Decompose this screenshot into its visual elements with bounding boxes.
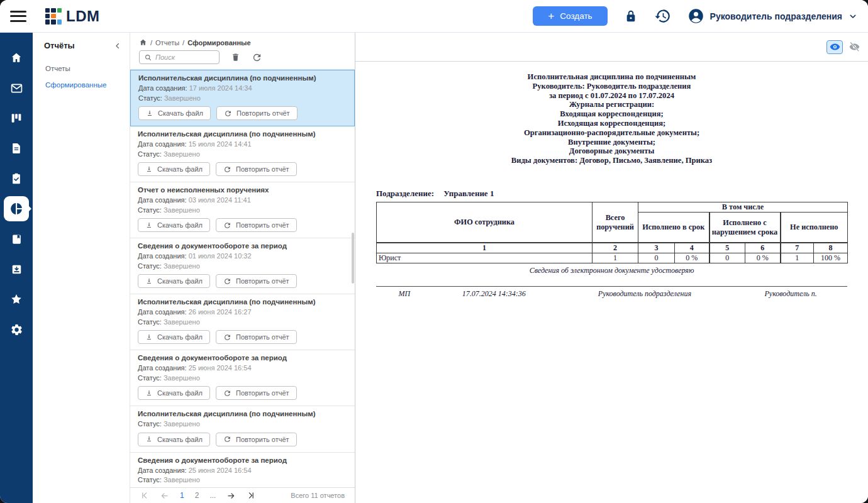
- collapse-panel-icon[interactable]: [113, 41, 122, 50]
- sidebar-item-board[interactable]: [0, 103, 33, 133]
- sidebar-item-tasks[interactable]: [0, 163, 33, 194]
- sidebar-item-documents[interactable]: [0, 133, 33, 163]
- col-late: Исполнено с нарушением срока: [709, 212, 781, 243]
- breadcrumb-separator: /: [150, 39, 152, 47]
- signature-row: МП 17.07.2024 14:34:36 Руководитель подр…: [376, 286, 847, 299]
- hide-preview-icon[interactable]: [846, 40, 862, 54]
- nav-item-reports[interactable]: Отчеты: [33, 63, 130, 74]
- download-file-button[interactable]: Скачать файл: [138, 106, 211, 120]
- repeat-report-button[interactable]: Повторить отчёт: [216, 386, 297, 400]
- repeat-report-button[interactable]: Повторить отчёт: [216, 106, 298, 120]
- user-name: Руководитель подразделения: [710, 11, 842, 21]
- report-document: Исполнительная дисциплина по подчиненным…: [376, 62, 847, 299]
- show-preview-icon[interactable]: [826, 40, 843, 54]
- sig-role: Руководитель подразделения: [555, 289, 735, 299]
- report-title: Исполнительская дисциплина (по подчиненн…: [138, 410, 347, 417]
- download-icon: [145, 435, 153, 443]
- pagination: 1 2 ... Всего 11 отчетов: [130, 487, 355, 503]
- delete-icon[interactable]: [231, 52, 240, 62]
- sidebar-item-archive[interactable]: [0, 254, 33, 284]
- page-ellipsis: ...: [209, 491, 216, 500]
- repeat-report-button[interactable]: Повторить отчёт: [216, 330, 297, 344]
- create-button[interactable]: + Создать: [533, 6, 607, 26]
- repeat-icon: [223, 277, 231, 285]
- ldm-logo: LDM: [45, 8, 99, 25]
- col-fio: ФИО сотрудника: [377, 202, 593, 243]
- download-icon: [145, 389, 153, 397]
- ldm-logo-icon: [45, 8, 62, 25]
- search-icon: [144, 53, 152, 62]
- download-file-button[interactable]: Скачать файл: [138, 274, 210, 288]
- page-2[interactable]: 2: [195, 491, 199, 500]
- last-page-icon[interactable]: [247, 491, 255, 500]
- repeat-report-button[interactable]: Повторить отчёт: [216, 218, 297, 232]
- create-button-label: Создать: [560, 11, 592, 21]
- report-card[interactable]: Исполнительская дисциплина (по подчиненн…: [130, 294, 355, 350]
- download-file-button[interactable]: Скачать файл: [138, 162, 210, 176]
- report-title: Сведения о документообороте за период: [138, 354, 347, 362]
- unit-line: Подразделение: Управление 1: [376, 189, 847, 199]
- repeat-report-button[interactable]: Повторить отчёт: [216, 274, 297, 288]
- report-card[interactable]: Сведения о документообороте за период Да…: [130, 350, 355, 406]
- avatar: [687, 8, 704, 25]
- sidebar-item-settings[interactable]: [0, 314, 33, 345]
- user-menu[interactable]: Руководитель подразделения: [687, 8, 858, 25]
- logo-text: LDM: [66, 8, 99, 25]
- list-scrollbar[interactable]: [352, 233, 354, 284]
- status-value: Завершено: [164, 94, 201, 102]
- app-window: LDM + Создать Руководитель подразделения: [0, 0, 868, 503]
- repeat-icon: [223, 333, 231, 341]
- sidebar-item-mail[interactable]: [0, 73, 33, 103]
- chevron-down-icon: [848, 11, 858, 21]
- sidebar-item-books[interactable]: [0, 224, 33, 254]
- breadcrumb-reports[interactable]: Отчеты: [155, 39, 179, 47]
- download-icon: [145, 221, 153, 229]
- repeat-icon: [223, 165, 231, 174]
- menu-icon[interactable]: [10, 11, 26, 22]
- download-file-button[interactable]: Скачать файл: [138, 386, 210, 400]
- next-page-icon[interactable]: [226, 491, 236, 500]
- lock-icon[interactable]: [624, 9, 638, 24]
- sidebar-item-favorites[interactable]: [0, 284, 33, 314]
- breadcrumb: / Отчеты / Сформированные: [130, 33, 355, 47]
- report-card[interactable]: Исполнительская дисциплина (по подчиненн…: [130, 126, 355, 182]
- history-icon[interactable]: [654, 8, 671, 25]
- download-file-button[interactable]: Скачать файл: [138, 330, 210, 344]
- download-icon: [145, 165, 153, 174]
- document-preview-pane: Исполнительная дисциплина по подчиненным…: [355, 33, 868, 503]
- refresh-icon[interactable]: [252, 52, 262, 63]
- first-page-icon[interactable]: [140, 491, 149, 500]
- report-card[interactable]: Сведения о документообороте за период Да…: [130, 238, 355, 294]
- report-title: Сведения о документообороте за период: [138, 242, 347, 250]
- download-file-button[interactable]: Скачать файл: [138, 218, 210, 232]
- home-icon[interactable]: [139, 38, 147, 47]
- sidebar-item-reports[interactable]: [0, 194, 33, 224]
- document-canvas: Исполнительная дисциплина по подчиненным…: [355, 62, 868, 503]
- page-1[interactable]: 1: [180, 491, 184, 500]
- report-card[interactable]: Сведения о документообороте за период Да…: [130, 453, 355, 488]
- report-card[interactable]: Исполнительская дисциплина (по подчиненн…: [130, 70, 355, 126]
- search-input[interactable]: [155, 53, 214, 61]
- repeat-icon: [223, 221, 231, 229]
- created-value: 17 июля 2024 14:34: [189, 84, 252, 92]
- report-card[interactable]: Отчет о неисполненных поручениях Дата со…: [130, 182, 355, 238]
- reports-list-panel: / Отчеты / Сформированные Исп: [130, 33, 355, 503]
- download-icon: [145, 333, 153, 341]
- download-icon: [145, 277, 153, 285]
- prev-page-icon[interactable]: [160, 491, 169, 500]
- repeat-report-button[interactable]: Повторить отчёт: [216, 433, 297, 446]
- sidebar-item-home[interactable]: [0, 43, 33, 73]
- col-on-time: Исполнено в срок: [638, 212, 709, 243]
- repeat-icon: [224, 109, 232, 118]
- report-title: Исполнительская дисциплина (по подчиненн…: [138, 298, 347, 306]
- breadcrumb-current: Сформированные: [187, 39, 250, 47]
- created-label: Дата создания:: [138, 84, 187, 92]
- sig-mp: МП: [376, 289, 433, 299]
- repeat-report-button[interactable]: Повторить отчёт: [216, 162, 297, 176]
- nav-item-generated[interactable]: Сформированные: [33, 79, 130, 91]
- download-file-button[interactable]: Скачать файл: [138, 433, 210, 446]
- report-title: Исполнительская дисциплина (по подчиненн…: [138, 130, 347, 138]
- report-title: Отчет о неисполненных поручениях: [138, 186, 347, 194]
- search-box[interactable]: [139, 50, 220, 64]
- report-card[interactable]: Исполнительская дисциплина (по подчиненн…: [130, 406, 355, 453]
